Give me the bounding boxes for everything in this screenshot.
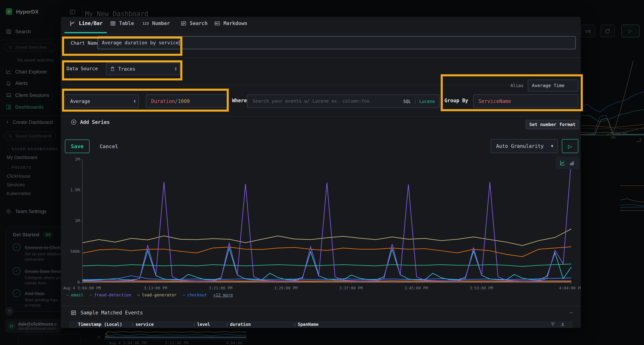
x-tickmark: [220, 283, 221, 284]
lucene-mode-button[interactable]: Lucene: [419, 99, 435, 104]
tab-number[interactable]: 123 Number: [142, 20, 170, 26]
legend-label: load-generator: [142, 293, 176, 297]
x-tick-label: 3:37:00 PM: [339, 286, 362, 290]
markdown-icon: [214, 20, 220, 26]
where-search-input[interactable]: Search your events w/ Lucene ex. column:…: [247, 94, 439, 108]
search-list-icon: [181, 20, 186, 26]
legend-label: fraud-detection: [94, 293, 131, 297]
y-tickmark: [79, 221, 81, 221]
x-tick-label: 3:13:00 PM: [144, 286, 167, 290]
column-header[interactable]: level: [197, 321, 210, 328]
chart-type-toggle: [555, 157, 579, 169]
chevron-down-icon: ▼: [551, 144, 553, 148]
annotation-aggregation: [62, 89, 229, 112]
123-icon: 123: [142, 21, 149, 25]
granularity-select[interactable]: Auto Granularity ▼: [491, 139, 558, 153]
y-tick-label: 2M: [75, 157, 80, 161]
legend-label: checkout: [187, 293, 207, 297]
legend-swatch: —: [138, 293, 140, 297]
add-series-button[interactable]: Add Series: [71, 119, 110, 125]
mode-divider: |: [414, 99, 417, 104]
column-header[interactable]: duration: [230, 321, 251, 328]
column-separator[interactable]: ⁞: [294, 321, 296, 328]
download-icon[interactable]: [560, 322, 565, 327]
add-series-label: Add Series: [80, 119, 110, 125]
column-header[interactable]: Timestamp (Local): [78, 321, 122, 328]
y-tickmark: [79, 159, 81, 160]
annotation-data-source: [62, 60, 182, 81]
column-separator[interactable]: ⁞: [226, 321, 228, 328]
x-tick-label: 4:04:00 PM: [559, 286, 581, 290]
x-tick-label: 3:45:00 PM: [404, 286, 428, 290]
where-placeholder: Search your events w/ Lucene ex. column:…: [248, 98, 370, 104]
list-icon: [71, 310, 76, 316]
cancel-button[interactable]: Cancel: [96, 140, 121, 153]
chart-series: [82, 281, 571, 281]
chart-series: [82, 229, 571, 246]
column-header[interactable]: SpanName: [298, 321, 318, 328]
y-tickmark: [79, 190, 81, 190]
granularity-value: Auto Granularity: [491, 143, 544, 149]
legend-label: email: [71, 293, 83, 297]
legend-item[interactable]: —email: [66, 293, 83, 297]
line-chart[interactable]: [82, 159, 571, 283]
x-tick-label: 3:21:00 PM: [209, 286, 232, 290]
sql-mode-button[interactable]: SQL: [403, 99, 411, 104]
run-chart-button[interactable]: ▷: [562, 139, 578, 153]
legend-swatch: —: [183, 293, 185, 297]
chart-legend: —email—fraud-detection—load-generator—ch…: [66, 293, 233, 297]
column-header[interactable]: service: [136, 321, 154, 328]
y-tick-label: 1.5M: [70, 188, 80, 192]
set-number-format-button[interactable]: Set number format: [526, 120, 579, 129]
column-separator[interactable]: ⁞: [132, 321, 133, 328]
legend-swatch: —: [66, 293, 69, 297]
play-icon: ▷: [568, 142, 572, 150]
legend-item[interactable]: —load-generator: [138, 293, 176, 297]
active-tab-underline: [64, 32, 106, 33]
x-tick-label: Aug 4 3:04:00 PM: [63, 286, 101, 290]
save-button[interactable]: Save: [65, 140, 90, 153]
legend-swatch: —: [90, 293, 92, 297]
filter-icon[interactable]: [550, 322, 556, 327]
bar-chart-icon[interactable]: [569, 160, 574, 166]
x-tickmark: [82, 283, 82, 284]
tab-markdown[interactable]: Markdown: [214, 20, 247, 26]
y-axis: 0500K1M1.5M2M: [61, 159, 80, 283]
x-tickmark: [481, 283, 482, 284]
sample-events-header[interactable]: Sample Matched Events: [71, 310, 143, 316]
y-tickmark: [79, 283, 81, 283]
line-chart-icon[interactable]: [560, 160, 566, 166]
x-tick-label: 3:29:00 PM: [274, 286, 298, 290]
collapse-chevron-icon[interactable]: ︿: [569, 309, 574, 315]
annotation-group-by: [441, 74, 583, 111]
x-tickmark: [416, 283, 416, 284]
legend-item[interactable]: —checkout: [183, 293, 207, 297]
where-label: Where: [232, 98, 247, 103]
y-tickmark: [79, 252, 81, 252]
tab-search[interactable]: Search: [181, 20, 208, 26]
events-table-header: Timestamp (Local)⁞service⁞level⁞duration…: [69, 321, 572, 328]
x-tickmark: [156, 283, 156, 284]
chart-series: [82, 247, 571, 257]
x-axis: Aug 4 3:04:00 PM3:13:00 PM3:21:00 PM3:29…: [82, 284, 571, 290]
x-tickmark: [286, 283, 286, 284]
x-tick-label: 3:53:00 PM: [470, 286, 493, 290]
annotation-chart-name: [62, 36, 182, 56]
y-tick-label: 500K: [70, 249, 80, 254]
legend-more-link[interactable]: +12 more: [213, 293, 233, 297]
chart-series: [82, 159, 571, 281]
legend-item[interactable]: —fraud-detection: [90, 293, 131, 297]
y-tick-label: 1M: [75, 218, 80, 223]
chart-series: [82, 264, 571, 267]
line-chart-icon: [70, 20, 76, 26]
sample-events-title: Sample Matched Events: [80, 310, 143, 316]
plus-circle-icon: [71, 119, 77, 125]
column-separator[interactable]: ⁞: [194, 321, 195, 328]
x-tickmark: [351, 283, 351, 284]
screenshot-root: ⚡ HyperDX Search Saved Searches No saved…: [0, 0, 644, 345]
stage: ⚡ HyperDX Search Saved Searches No saved…: [0, 0, 644, 345]
x-tickmark: [571, 283, 571, 284]
tab-table[interactable]: Table: [110, 20, 134, 26]
y-tick-label: 0: [77, 280, 80, 284]
tab-line-bar[interactable]: Line/Bar: [70, 20, 102, 26]
